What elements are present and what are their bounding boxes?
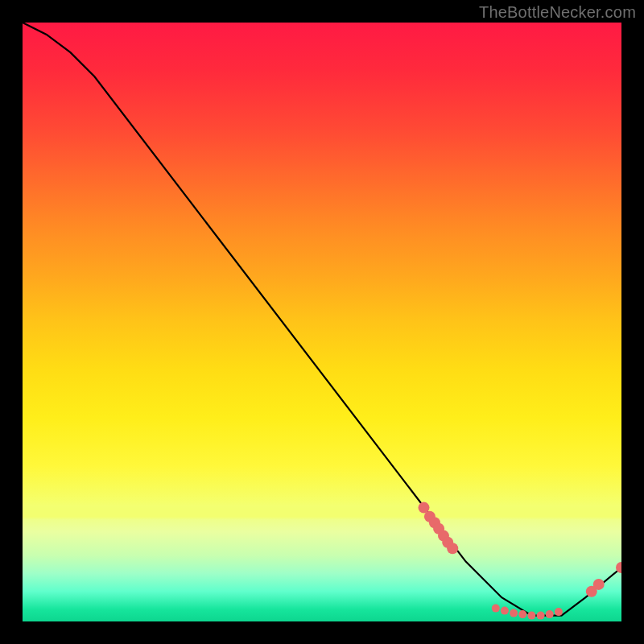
watermark-text: TheBottleNecker.com [479,3,636,22]
data-point [518,610,526,618]
plot-area [23,23,621,621]
data-point [546,610,554,618]
data-point [492,605,500,613]
data-points [419,502,622,620]
curve-layer [23,23,621,621]
data-point [593,579,605,590]
data-point [527,612,535,620]
data-point [510,609,518,617]
data-point [555,608,563,616]
data-point [501,607,509,615]
data-point [447,543,458,554]
data-point [537,612,545,620]
bottleneck-curve [23,23,621,616]
chart-frame: TheBottleNecker.com [0,0,644,644]
